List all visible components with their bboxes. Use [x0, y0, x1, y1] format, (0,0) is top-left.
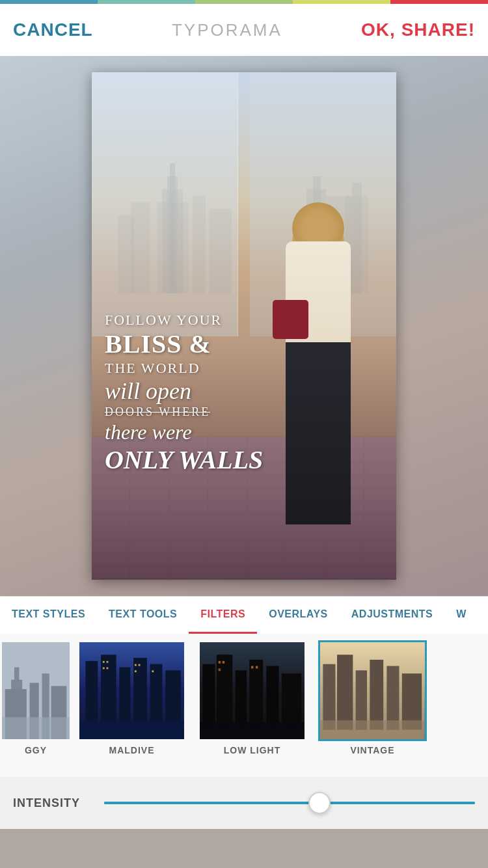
svg-rect-55	[337, 655, 353, 729]
quote-line-5: DOORS WHERE	[105, 405, 263, 420]
svg-rect-60	[320, 720, 425, 739]
tab-text-tools[interactable]: TEXT TOOLS	[97, 597, 189, 634]
filter-foggy-thumb	[0, 640, 72, 741]
person-silhouette	[266, 202, 370, 541]
svg-rect-28	[133, 658, 147, 724]
svg-rect-5	[118, 215, 134, 293]
svg-rect-45	[267, 666, 279, 730]
svg-rect-57	[370, 660, 384, 730]
photo-card[interactable]: FOLLOW YOUR BLISS & THE WORLD will open …	[92, 72, 396, 580]
svg-rect-27	[120, 667, 131, 724]
intensity-track-bg	[104, 802, 475, 804]
filter-maldive-label: MALDIVE	[109, 745, 155, 755]
svg-rect-7	[209, 209, 232, 293]
filter-foggy-preview	[2, 642, 70, 739]
svg-rect-29	[150, 664, 163, 724]
svg-rect-42	[217, 655, 232, 729]
svg-rect-50	[251, 666, 253, 669]
svg-rect-33	[103, 667, 105, 669]
svg-rect-49	[219, 668, 221, 671]
svg-rect-46	[282, 673, 301, 730]
tab-text-styles[interactable]: TEXT STYLES	[0, 597, 97, 634]
svg-rect-31	[103, 661, 105, 663]
svg-rect-52	[200, 722, 305, 739]
tab-adjustments[interactable]: ADJUSTMENTS	[340, 597, 445, 634]
tab-w[interactable]: W	[444, 597, 478, 634]
svg-rect-34	[107, 667, 109, 669]
svg-rect-32	[107, 661, 109, 663]
svg-rect-38	[152, 670, 154, 672]
color-seg-lime	[195, 0, 293, 4]
svg-rect-26	[101, 655, 116, 724]
svg-rect-36	[139, 664, 141, 666]
color-seg-teal	[0, 0, 98, 4]
quote-line-1: FOLLOW YOUR	[105, 312, 263, 329]
canvas-area: FOLLOW YOUR BLISS & THE WORLD will open …	[0, 56, 488, 596]
intensity-label: INTENSITY	[13, 796, 91, 810]
svg-rect-54	[323, 664, 336, 730]
color-seg-mint	[98, 0, 195, 4]
intensity-area: INTENSITY	[0, 777, 488, 829]
intensity-track[interactable]	[104, 802, 475, 804]
filter-lowlight-thumb	[198, 640, 306, 741]
top-color-bar	[0, 0, 488, 4]
svg-rect-30	[165, 670, 181, 724]
filter-foggy[interactable]: GGY	[0, 640, 72, 755]
svg-rect-58	[387, 666, 400, 730]
filter-maldive-thumb	[77, 640, 186, 741]
svg-rect-3	[157, 202, 188, 293]
filter-lowlight-preview	[200, 642, 305, 739]
cancel-button[interactable]: CANCEL	[13, 20, 93, 40]
svg-rect-44	[250, 660, 264, 730]
filter-vintage-label: VINTAGE	[350, 745, 394, 755]
quote-line-4: will open	[105, 377, 263, 405]
filter-vintage[interactable]: VINTAGE	[312, 640, 433, 755]
tab-bar: TEXT STYLES TEXT TOOLS FILTERS OVERLAYS …	[0, 596, 488, 634]
filter-maldive[interactable]: MALDIVE	[72, 640, 192, 755]
color-seg-red	[390, 0, 488, 4]
svg-rect-48	[223, 661, 224, 664]
header: CANCEL TYPORAMA OK, SHARE!	[0, 4, 488, 56]
ok-share-button[interactable]: OK, SHARE!	[361, 20, 475, 40]
svg-rect-23	[2, 717, 70, 739]
svg-rect-51	[256, 666, 258, 669]
svg-rect-41	[203, 664, 215, 730]
quote-text-overlay[interactable]: FOLLOW YOUR BLISS & THE WORLD will open …	[105, 312, 263, 476]
intensity-thumb[interactable]	[308, 792, 331, 814]
filter-vintage-preview	[320, 642, 425, 739]
quote-line-2: BLISS &	[105, 329, 263, 360]
tab-overlays[interactable]: OVERLAYS	[257, 597, 340, 634]
quote-line-6: there were	[105, 420, 263, 444]
svg-rect-6	[193, 196, 206, 293]
filter-lowlight-label: LOW LIGHT	[224, 745, 281, 755]
filter-vintage-thumb	[318, 640, 427, 741]
quote-line-3: THE WORLD	[105, 360, 263, 377]
svg-rect-47	[219, 661, 221, 664]
color-seg-yellow	[293, 0, 390, 4]
svg-rect-43	[236, 670, 247, 729]
quote-line-7: ONLY WALLS	[105, 444, 263, 476]
svg-rect-39	[79, 720, 184, 739]
svg-rect-25	[86, 661, 98, 724]
filter-maldive-preview	[79, 642, 184, 739]
app-title: TYPORAMA	[172, 20, 282, 40]
filter-strip: GGY	[0, 634, 488, 777]
filter-foggy-label: GGY	[25, 745, 47, 755]
tab-filters[interactable]: FILTERS	[189, 597, 257, 634]
svg-rect-35	[135, 664, 137, 666]
filter-lowlight[interactable]: LOW LIGHT	[192, 640, 312, 755]
svg-rect-37	[135, 670, 137, 672]
